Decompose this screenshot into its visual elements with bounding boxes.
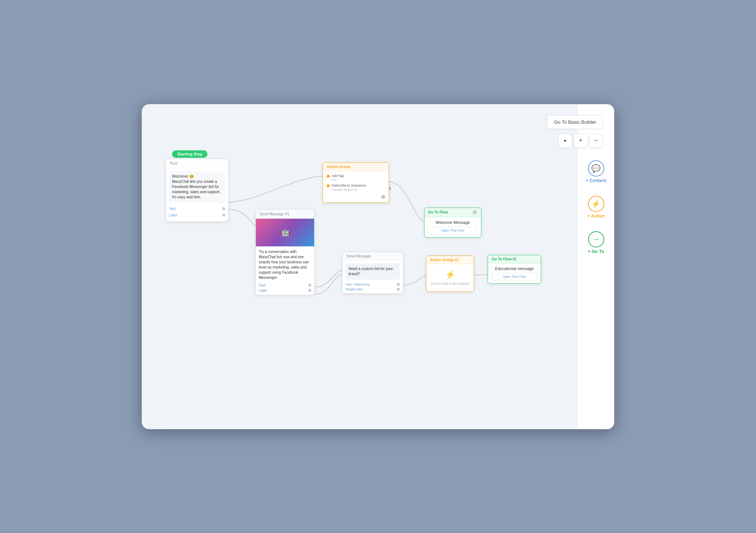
send-message-1-node[interactable]: Send Message #1 🤖 Try a conversation wit… <box>255 209 315 295</box>
send-message-1-text: Try a conversation with ManyChat bot now… <box>256 246 314 283</box>
action-group-body: Add Tag User Subscribe to Sequence Examp… <box>323 171 389 202</box>
action-group-node[interactable]: Action Group Add Tag User Subscribe to S… <box>323 163 389 203</box>
pin-button[interactable]: ✦ <box>558 134 572 148</box>
reply-yes-sm1-dot <box>308 284 311 287</box>
action-sub-2: Example Sequence <box>331 188 366 191</box>
action-group-1-header: Action Group #1 <box>426 256 474 264</box>
sidebar: 💬 + Content ⚡ + Action → + Go To <box>577 104 614 429</box>
send-msg-small-header: Send Message <box>343 252 403 260</box>
reply-later-post[interactable]: Later <box>169 212 225 218</box>
zoom-controls: ✦ + − <box>558 134 603 148</box>
content-icon: 💬 <box>588 160 604 177</box>
goto-flow-1-node[interactable]: Go To Flow #1 Educational message Open T… <box>488 255 541 284</box>
goto-flow-delete[interactable]: × <box>472 210 477 215</box>
sidebar-item-content[interactable]: 💬 + Content <box>581 156 611 188</box>
starting-step-label: Starting Step <box>172 150 207 158</box>
goto-flow-1-header: Go To Flow #1 <box>488 255 541 263</box>
screen: Go To Basic Builder ✦ + − 💬 + Content ⚡ … <box>142 104 614 429</box>
content-label: + Content <box>586 178 606 183</box>
sidebar-item-goto[interactable]: → + Go To <box>581 227 611 259</box>
canvas: Starting Step Post Welcome! 😊 ManyChat l… <box>142 104 577 429</box>
goto-flow-name: Welcome Message <box>428 220 477 225</box>
action-label-2: Subscribe to Sequence <box>331 184 366 188</box>
welcome-text: Welcome! 😊 ManyChat lets you create a Fa… <box>169 171 225 203</box>
action-group-1-body: ⚡ Click to edit in the sidebar <box>426 264 474 291</box>
reply-yes-sms-dot <box>397 283 400 286</box>
post-node-body: Welcome! 😊 ManyChat lets you create a Fa… <box>166 168 228 221</box>
reply-yes-dot <box>222 207 225 210</box>
goto-label: + Go To <box>588 249 604 254</box>
goto-flow-body: Welcome Message Open This Flow <box>425 217 481 237</box>
reply-later-sm1[interactable]: Later <box>256 288 314 295</box>
action-group-1-icon: ⚡ <box>430 270 470 280</box>
goto-flow-node[interactable]: Go To Flow × Welcome Message Open This F… <box>424 208 481 238</box>
zoom-in-button[interactable]: + <box>574 134 588 148</box>
reply-later-sm1-dot <box>308 289 311 292</box>
send-msg-small-bubble: Need a custom bot for your brand? <box>346 263 400 280</box>
send-message-1-image: 🤖 <box>256 219 314 246</box>
goto-flow-open-btn[interactable]: Open This Flow <box>428 227 477 234</box>
action-group-1-placeholder: Click to edit in the sidebar <box>430 282 470 286</box>
action-sub-1: User <box>331 178 344 181</box>
post-node[interactable]: Post Welcome! 😊 ManyChat lets you create… <box>166 159 228 222</box>
action-label-1: Add Tag <box>331 174 344 178</box>
goto-flow-1-open-btn[interactable]: Open This Flow <box>492 273 537 280</box>
action-dot-2 <box>327 184 330 187</box>
action-label: + Action <box>587 213 605 219</box>
action-row-1: Add Tag User <box>327 174 385 182</box>
reply-maybe-sms[interactable]: Maybe later <box>343 287 403 293</box>
goto-basic-builder-button[interactable]: Go To Basic Builder <box>547 115 603 129</box>
post-node-header: Post <box>166 159 228 168</box>
reply-later-dot <box>222 213 225 216</box>
goto-flow-1-name: Educational message <box>492 266 537 271</box>
action-group-header: Action Group <box>323 163 389 171</box>
goto-icon: → <box>588 231 604 247</box>
action-group-out-dot <box>381 195 385 199</box>
action-row-2: Subscribe to Sequence Example Sequence <box>327 184 385 191</box>
reply-yes-sms[interactable]: Yes! I Wanna try <box>343 283 403 287</box>
action-icon: ⚡ <box>588 196 604 212</box>
send-message-small-node[interactable]: Send Message Need a custom bot for your … <box>342 252 403 294</box>
reply-yes-post[interactable]: Yes! <box>169 206 225 212</box>
zoom-out-button[interactable]: − <box>589 134 603 148</box>
action-group-1-node[interactable]: Action Group #1 ⚡ Click to edit in the s… <box>426 256 474 292</box>
reply-yes-sm1[interactable]: Yes! <box>256 283 314 288</box>
sidebar-item-action[interactable]: ⚡ + Action <box>581 191 611 223</box>
goto-flow-1-body: Educational message Open This Flow <box>488 263 541 283</box>
action-dot-1 <box>327 175 330 178</box>
reply-maybe-sms-dot <box>397 288 400 291</box>
goto-flow-header: Go To Flow × <box>425 208 481 217</box>
send-message-1-header: Send Message #1 <box>256 210 314 219</box>
